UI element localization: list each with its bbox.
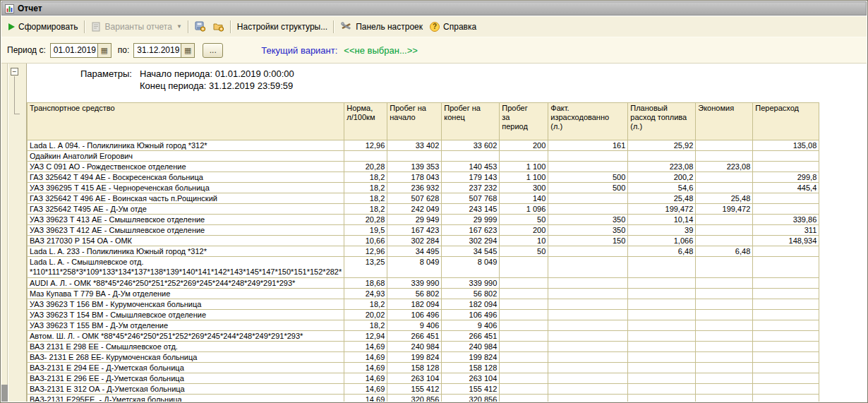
value-cell[interactable]: 223,08 — [696, 162, 753, 172]
value-cell[interactable]: 34 545 — [442, 246, 500, 257]
value-cell[interactable]: 33 402 — [387, 140, 442, 151]
value-cell[interactable]: 34 495 — [387, 246, 442, 257]
value-cell[interactable]: 182 094 — [387, 299, 442, 310]
value-cell[interactable] — [753, 151, 819, 162]
value-cell[interactable] — [628, 373, 696, 384]
value-cell[interactable] — [500, 363, 548, 373]
value-cell[interactable]: 199,472 — [628, 204, 696, 215]
value-cell[interactable] — [696, 151, 753, 162]
value-cell[interactable] — [753, 342, 819, 352]
value-cell[interactable]: 507 768 — [442, 193, 500, 204]
value-cell[interactable] — [753, 257, 819, 278]
value-cell[interactable]: 14,69 — [344, 363, 387, 373]
value-cell[interactable]: 263 104 — [442, 373, 500, 384]
value-cell[interactable] — [753, 162, 819, 172]
value-cell[interactable]: 50 — [500, 246, 548, 257]
value-cell[interactable]: 6,48 — [696, 246, 753, 257]
value-cell[interactable] — [500, 278, 548, 289]
report-variants-button[interactable]: Варианты отчета ▼ — [88, 20, 186, 34]
value-cell[interactable]: 54,6 — [628, 183, 696, 193]
value-cell[interactable]: 50 — [500, 215, 548, 225]
value-cell[interactable] — [548, 363, 628, 373]
value-cell[interactable] — [696, 299, 753, 310]
value-cell[interactable] — [548, 342, 628, 352]
value-cell[interactable] — [548, 384, 628, 395]
value-cell[interactable] — [628, 278, 696, 289]
help-button[interactable]: ? Справка — [426, 20, 480, 34]
value-cell[interactable]: 6,48 — [628, 246, 696, 257]
value-cell[interactable]: 18,2 — [344, 204, 387, 215]
value-cell[interactable] — [696, 257, 753, 278]
value-cell[interactable] — [548, 331, 628, 342]
value-cell[interactable]: 18,2 — [344, 299, 387, 310]
vehicle-cell[interactable]: ВАЗ 2131 Е 298 ЕЕ - Смышляевское отд. — [28, 342, 344, 352]
value-cell[interactable]: 500 — [548, 172, 628, 183]
value-cell[interactable]: 237 232 — [442, 183, 500, 193]
value-cell[interactable]: 507 628 — [387, 193, 442, 204]
generate-button[interactable]: Сформировать — [5, 20, 82, 34]
vehicle-cell[interactable]: ГАЗ 325642 Т 496 АЕ - Воинская часть п.Р… — [28, 193, 344, 204]
value-cell[interactable]: 25,92 — [628, 140, 696, 151]
period-to-input[interactable]: 31.12.2019 — [134, 44, 181, 57]
vehicle-cell[interactable]: Автом. Ш. Л. - ОМК *88*45*246*250*251*25… — [28, 331, 344, 342]
value-cell[interactable]: 29 949 — [387, 215, 442, 225]
value-cell[interactable]: 200 — [500, 225, 548, 236]
value-cell[interactable] — [548, 246, 628, 257]
value-cell[interactable]: 12,94 — [344, 331, 387, 342]
value-cell[interactable]: 500 — [548, 183, 628, 193]
vehicle-cell[interactable]: ВАЗ- 2131 Е 268 ЕЕ- Курумоченская больни… — [28, 352, 344, 363]
value-cell[interactable]: 300 — [500, 183, 548, 193]
value-cell[interactable] — [696, 225, 753, 236]
value-cell[interactable] — [500, 151, 548, 162]
value-cell[interactable]: 14,69 — [344, 395, 387, 402]
value-cell[interactable] — [500, 289, 548, 299]
value-cell[interactable] — [753, 299, 819, 310]
value-cell[interactable] — [548, 162, 628, 172]
value-cell[interactable]: 24,93 — [344, 289, 387, 299]
value-cell[interactable] — [753, 320, 819, 331]
vehicle-cell[interactable]: УАЗ 39623 Т 413 АЕ - Смышляевское отделе… — [28, 215, 344, 225]
value-cell[interactable] — [500, 257, 548, 278]
value-cell[interactable]: 167 623 — [442, 225, 500, 236]
value-cell[interactable]: 299,8 — [753, 172, 819, 183]
vehicle-cell[interactable]: УАЗ 396295 Т 415 АЕ - Чернореченская бол… — [28, 183, 344, 193]
value-cell[interactable]: 167 423 — [387, 225, 442, 236]
value-cell[interactable] — [696, 384, 753, 395]
vehicle-cell[interactable]: ВАЗ-2131 Е295ЕЕ. - Д-Уметская больница — [28, 395, 344, 402]
value-cell[interactable] — [696, 140, 753, 151]
value-cell[interactable]: 106 496 — [442, 310, 500, 320]
value-cell[interactable] — [696, 183, 753, 193]
value-cell[interactable] — [753, 289, 819, 299]
value-cell[interactable]: 339 990 — [442, 278, 500, 289]
value-cell[interactable]: 155 412 — [387, 384, 442, 395]
value-cell[interactable]: 311 — [753, 225, 819, 236]
value-cell[interactable] — [500, 299, 548, 310]
vehicle-cell[interactable]: ВАЗ-2131 Е 312 ОА - Д-Уметская больница — [28, 384, 344, 395]
value-cell[interactable] — [753, 395, 819, 402]
value-cell[interactable] — [628, 352, 696, 363]
value-cell[interactable] — [344, 151, 387, 162]
value-cell[interactable]: 320 856 — [442, 395, 500, 402]
value-cell[interactable] — [628, 395, 696, 402]
value-cell[interactable] — [548, 257, 628, 278]
value-cell[interactable]: 158 128 — [442, 363, 500, 373]
value-cell[interactable]: 200 — [500, 140, 548, 151]
value-cell[interactable]: 350 — [548, 225, 628, 236]
vehicle-cell[interactable]: AUDI А. Л. - ОМК *88*45*246*250*251*252*… — [28, 278, 344, 289]
value-cell[interactable]: 182 094 — [442, 299, 500, 310]
value-cell[interactable]: 25,48 — [696, 193, 753, 204]
vehicle-cell[interactable]: Lada L. A. 233 - Поликлиника Южный город… — [28, 246, 344, 257]
value-cell[interactable] — [548, 289, 628, 299]
value-cell[interactable] — [628, 331, 696, 342]
value-cell[interactable] — [696, 215, 753, 225]
vehicle-cell[interactable]: Маз Купава Т 779 ВА - Д-Ум отделение — [28, 289, 344, 299]
value-cell[interactable] — [696, 352, 753, 363]
value-cell[interactable] — [753, 310, 819, 320]
value-cell[interactable] — [753, 373, 819, 384]
value-cell[interactable] — [696, 363, 753, 373]
value-cell[interactable]: 350 — [548, 215, 628, 225]
value-cell[interactable]: 9 406 — [442, 320, 500, 331]
calendar-icon[interactable]: ▦ — [97, 44, 111, 57]
value-cell[interactable] — [753, 246, 819, 257]
vehicle-cell[interactable]: Одайкин Анатолий Егорович — [28, 151, 344, 162]
